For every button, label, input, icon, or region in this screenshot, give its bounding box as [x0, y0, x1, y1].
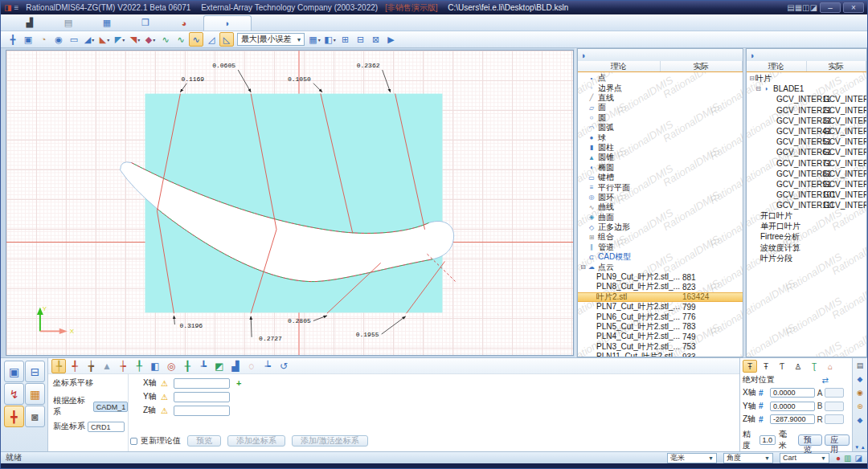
blade-root[interactable]: ⊟叶片 — [747, 73, 866, 84]
analysis-item[interactable]: 叶片分段 — [747, 253, 866, 263]
coord-fit-icon[interactable]: ▲ — [100, 359, 114, 373]
coord-301-icon[interactable]: ┺ — [196, 359, 211, 373]
section-row[interactable]: GCV_INTER21GCV_INTER21 — [747, 105, 866, 116]
gear-icon[interactable]: ⊛ — [853, 401, 867, 412]
app-icon[interactable]: ◨ — [4, 3, 11, 12]
pos-delta-icon[interactable]: Ƭ — [775, 360, 789, 373]
coord-swap-icon[interactable]: ╆ — [84, 359, 98, 373]
pointcloud-item[interactable]: PLN5_Cut_叶片2.stl_...783 — [578, 322, 743, 332]
analysis-item[interactable]: 开口叶片 — [747, 210, 866, 221]
joystick-icon[interactable]: ♙ — [791, 360, 805, 373]
update-theory-checkbox[interactable] — [130, 438, 137, 445]
tree-item[interactable]: ≡平行平面 — [578, 182, 743, 192]
cube-add-icon[interactable]: ◧▾ — [323, 32, 338, 47]
zoom-region-icon[interactable]: ▣ — [21, 32, 35, 47]
magnifier-icon[interactable]: ◉ — [853, 387, 867, 398]
unit-length-select[interactable]: 毫米▼ — [667, 453, 717, 463]
tab-display[interactable]: ▦ — [88, 15, 126, 31]
pointcloud-item[interactable]: PLN11_Cut_叶片2.stl...933 — [578, 352, 743, 357]
solid2-icon[interactable]: ◆ — [853, 414, 867, 426]
curve-flag-icon[interactable]: ◣▾ — [97, 32, 112, 47]
caliper-button[interactable]: ⊟ — [25, 361, 45, 382]
tab-evaluate[interactable]: ◕ — [165, 15, 203, 31]
tree-item[interactable]: ◖椭圆 — [578, 163, 743, 173]
coordinate-system-button[interactable]: ╋ — [4, 406, 24, 427]
feature-tree-icon[interactable]: ◗ — [581, 51, 587, 60]
analysis-item[interactable]: Firtree分析 — [747, 232, 866, 243]
status-level-icon[interactable]: ▥ — [844, 454, 851, 463]
unit-angle-select[interactable]: 角度▼ — [723, 453, 773, 463]
position-value-field[interactable]: 0.0000 — [770, 402, 815, 411]
tree-item[interactable]: ○圆 — [578, 113, 743, 123]
new-coord-field[interactable]: CRD1 — [88, 422, 125, 432]
home-icon[interactable]: ⌂ — [823, 360, 837, 373]
coord-rep-icon[interactable]: ┶ — [260, 359, 275, 373]
wave-blue-icon[interactable]: ∿ — [189, 32, 203, 47]
probe-gun-button[interactable]: ↯ — [4, 383, 24, 405]
rotate-view-icon[interactable]: ◔ — [36, 32, 51, 47]
pointcloud-item[interactable]: 叶片2.stl163424 — [578, 292, 743, 302]
coord-undo-icon[interactable]: ↺ — [276, 359, 291, 373]
coord-bestfit-icon[interactable]: ▟ — [228, 359, 243, 373]
analysis-item[interactable]: 波纹度计算 — [747, 243, 866, 253]
assist-icon[interactable]: ◪ — [810, 3, 817, 12]
precision-field[interactable]: 1.0 — [760, 435, 776, 445]
probe-manager-button[interactable]: ▣ — [4, 361, 24, 382]
pos-rel-icon[interactable]: Ŧ — [759, 360, 773, 373]
section-row[interactable]: GCV_INTER11GCV_INTER11 — [747, 94, 866, 104]
tree-item[interactable]: ◇正多边形 — [578, 222, 743, 232]
status-link-icon[interactable]: ◪ — [855, 454, 862, 463]
add-coord-button[interactable]: 添加坐标系 — [227, 435, 285, 447]
wave-green2-icon[interactable]: ∿ — [174, 32, 188, 47]
angle-value-field[interactable] — [825, 388, 844, 398]
wave-green-icon[interactable]: ∿ — [158, 32, 173, 47]
tab-machine[interactable]: ▟ — [10, 15, 49, 31]
tree-item[interactable]: ╱直线 — [578, 93, 743, 103]
tree-item[interactable]: ▭键槽 — [578, 173, 743, 182]
pointcloud-item[interactable]: PLN7_Cut_叶片2.stl_...799 — [578, 302, 743, 312]
add-activate-coord-button[interactable]: 添加/激活坐标系 — [292, 435, 368, 447]
blade-item[interactable]: ⊟◗BLADE1 — [747, 84, 866, 94]
coord-rotate-icon[interactable]: ╃ — [68, 359, 82, 373]
tree-item[interactable]: ◠圆弧 — [578, 123, 743, 133]
section-row[interactable]: GCV_INTER71GCV_INTER71 — [747, 158, 866, 169]
curve-flag2-icon[interactable]: ◤▾ — [113, 32, 127, 47]
coord-translate-icon[interactable]: ╄ — [51, 359, 66, 373]
section-row[interactable]: GCV_INTER61GCV_INTER61 — [747, 147, 866, 157]
base-coord-field[interactable]: CADM_1 — [93, 402, 128, 412]
minimize-button[interactable]: – — [820, 2, 841, 13]
solid-icon[interactable]: ◆ — [853, 373, 867, 385]
position-value-field[interactable]: -287.9000 — [770, 414, 815, 424]
angle-value-field[interactable] — [825, 414, 844, 424]
expander-icon[interactable]: ⊟ — [755, 85, 762, 92]
pointcloud-item[interactable]: PLN9_Cut_叶片2.stl_...881 — [578, 272, 743, 282]
coord-axis2-icon[interactable]: ╀ — [132, 359, 146, 373]
analysis-item[interactable]: 单开口叶片 — [747, 222, 866, 232]
column-actual[interactable]: 实际 — [807, 61, 867, 71]
coord-machine-icon[interactable]: ◎ — [164, 359, 178, 373]
section-row[interactable]: GCV_INTER31GCV_INTER31 — [747, 116, 866, 126]
blade-module-icon[interactable]: ◗ — [750, 51, 755, 60]
tree-item[interactable]: ◎圆环 — [578, 193, 743, 202]
tree-item[interactable]: ∿曲线 — [578, 202, 743, 212]
grid-add-icon[interactable]: ▦▾ — [308, 32, 322, 47]
section-row[interactable]: GCV_INTER51GCV_INTER51 — [747, 137, 866, 147]
pos-abs-icon[interactable]: Ŧ — [743, 360, 757, 373]
tree-item[interactable]: ◈曲面 — [578, 212, 743, 222]
tab-blade[interactable]: ◗ — [203, 15, 252, 31]
machine-tools-button[interactable]: ◙ — [25, 406, 45, 427]
add-value-icon[interactable]: + — [236, 378, 241, 388]
position-preview-button[interactable]: 预览 — [798, 434, 823, 446]
section-row[interactable]: GCV_INTER81GCV_INTER81 — [747, 169, 866, 179]
tree-item[interactable]: ▮圆柱 — [578, 143, 743, 153]
section-row[interactable]: GCV_INTER91GCV_INTER91 — [747, 179, 866, 190]
pointcloud-item[interactable]: PLN3_Cut_叶片2.stl_...753 — [578, 342, 743, 352]
coord-green-cube-icon[interactable]: ◩ — [212, 359, 227, 373]
printer-icon[interactable]: ▤ — [853, 360, 867, 371]
tree-item[interactable]: ◦边界点 — [578, 83, 743, 92]
axis-input[interactable] — [174, 406, 230, 416]
status-probe-icon[interactable]: ● — [836, 454, 841, 463]
save-state-icon[interactable]: ◫ — [802, 3, 809, 12]
quick-menu-icon[interactable]: ≡ — [14, 3, 18, 12]
tree-item[interactable]: ●球 — [578, 133, 743, 142]
